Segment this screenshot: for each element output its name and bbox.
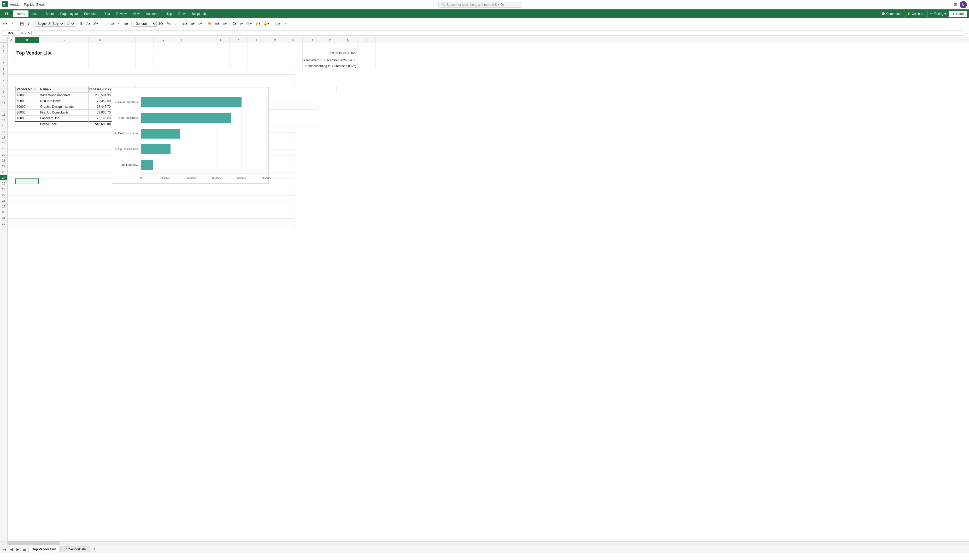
cell-O4-rank[interactable]: Rank according to: Purchases (LCY) xyxy=(303,63,358,69)
col-L[interactable]: L xyxy=(248,37,266,43)
tab-review[interactable]: Review xyxy=(113,10,130,17)
cell-L2[interactable] xyxy=(248,49,266,57)
share-button[interactable]: ⬆ Share xyxy=(949,11,967,17)
insert-function-icon[interactable]: fx xyxy=(28,31,30,35)
cell-I1[interactable] xyxy=(193,43,211,49)
row-31[interactable]: 31 xyxy=(0,215,7,221)
chart-button[interactable]: 📊▾ xyxy=(274,20,282,27)
cell-O1[interactable] xyxy=(303,43,321,49)
settings-icon[interactable]: ⚙ xyxy=(953,2,957,8)
save-button[interactable]: 💾 xyxy=(18,20,25,27)
cell-N2[interactable] xyxy=(284,49,303,57)
cell-r6[interactable] xyxy=(8,75,295,80)
col-R[interactable]: R xyxy=(358,37,376,43)
cell-A3[interactable] xyxy=(8,57,15,63)
row-8[interactable]: 8 xyxy=(0,83,7,89)
cell-B14[interactable] xyxy=(15,121,39,127)
cell-r31[interactable] xyxy=(8,219,295,224)
borders-button[interactable]: ⊡▾ xyxy=(182,20,188,27)
cell-M1[interactable] xyxy=(266,43,284,49)
cell-I4[interactable] xyxy=(193,63,211,69)
cell-A4[interactable] xyxy=(8,63,15,69)
col-I[interactable]: I xyxy=(193,37,211,43)
tab-home[interactable]: Home xyxy=(13,10,28,17)
row-1[interactable]: 1 xyxy=(0,43,7,48)
cell-B13[interactable]: 10000 xyxy=(15,115,39,121)
cell-B24-selected[interactable] xyxy=(15,178,39,184)
cell-I3[interactable] xyxy=(193,57,211,63)
number-format-select[interactable]: General xyxy=(133,21,157,27)
formula-input[interactable] xyxy=(31,30,963,36)
cell-A24[interactable] xyxy=(8,178,15,184)
cell-P1[interactable] xyxy=(321,43,339,49)
cell-r5[interactable] xyxy=(8,69,295,75)
cell-B12[interactable]: 20000 xyxy=(15,110,39,115)
cancel-formula-icon[interactable]: ✕ xyxy=(21,31,24,35)
cell-G4[interactable] xyxy=(154,63,172,69)
row-6[interactable]: 6 xyxy=(0,71,7,77)
cell-J2[interactable] xyxy=(211,49,230,57)
cell-A10[interactable] xyxy=(8,98,15,104)
cell-D14[interactable]: 540,636.80 xyxy=(88,121,112,127)
cell-G3[interactable] xyxy=(154,57,172,63)
col-J[interactable]: J xyxy=(211,37,230,43)
row-15[interactable]: 15 xyxy=(0,123,7,129)
cell-D8-purchases[interactable]: Purchases (LCY) xyxy=(88,86,112,92)
wrap-button[interactable]: ↵ xyxy=(116,20,122,27)
delete-row-button[interactable]: ⊟▾ xyxy=(196,20,203,27)
cell-N4[interactable] xyxy=(284,63,303,69)
cell-r28[interactable] xyxy=(8,201,295,207)
sheet-nav-next[interactable]: ▶ xyxy=(15,546,21,552)
search-box[interactable]: 🔍 Search for tools, help, and more (Alt … xyxy=(438,2,522,8)
cell-A9[interactable] xyxy=(8,92,15,98)
cell-F3[interactable] xyxy=(135,57,154,63)
row-13[interactable]: 13 xyxy=(0,112,7,118)
row-19[interactable]: 19 xyxy=(0,146,7,152)
insert-row-button[interactable]: ⊞▾ xyxy=(189,20,196,27)
col-N[interactable]: N xyxy=(284,37,303,43)
undo-button[interactable]: ↩▾ xyxy=(2,20,8,27)
row-23[interactable]: 23 xyxy=(0,169,7,175)
more-format-button[interactable]: ··· xyxy=(100,20,106,27)
row-10[interactable]: 10 xyxy=(0,95,7,100)
cell-B4[interactable] xyxy=(15,63,88,69)
cell-P4[interactable] xyxy=(358,63,376,69)
row-7[interactable]: 7 xyxy=(0,77,7,83)
cell-A14[interactable] xyxy=(8,121,15,127)
row-9[interactable]: 9 xyxy=(0,89,7,95)
row-30[interactable]: 30 xyxy=(0,209,7,215)
cell-B2-title[interactable]: Top Vendor List xyxy=(15,49,88,57)
tab-insert[interactable]: Insert xyxy=(28,10,43,17)
tab-automate[interactable]: Automate xyxy=(143,10,162,17)
tab-page-layout[interactable]: Page Layout xyxy=(57,10,81,17)
cell-B11[interactable]: 30000 xyxy=(15,104,39,110)
tab-view[interactable]: View xyxy=(130,10,143,17)
sheet-tab-top-vendor-data[interactable]: TopVendorData xyxy=(60,546,90,552)
cell-F1[interactable] xyxy=(135,43,154,49)
sensitivity-button[interactable]: 🔒▾ xyxy=(262,20,270,27)
cell-D10[interactable]: 179,352.50 xyxy=(88,98,112,104)
cell-L1[interactable] xyxy=(248,43,266,49)
sheet-tab-top-vendor-list[interactable]: Top Vendor List xyxy=(28,546,60,552)
percent-button[interactable]: % xyxy=(165,20,171,27)
cell-N3[interactable] xyxy=(284,57,303,63)
col-A[interactable]: A xyxy=(8,37,15,43)
font-size-select[interactable]: 11 xyxy=(65,21,75,27)
cell-D4[interactable] xyxy=(88,63,112,69)
cell-J1[interactable] xyxy=(211,43,230,49)
cell-O3-data-retrieved[interactable]: Data retrieved: 15 December 2024, 14:00 xyxy=(303,57,358,63)
row-17[interactable]: 17 xyxy=(0,135,7,140)
cell-N1[interactable] xyxy=(284,43,303,49)
col-M[interactable]: M xyxy=(266,37,284,43)
cell-r29[interactable] xyxy=(8,207,295,213)
cell-K1[interactable] xyxy=(230,43,248,49)
format-as-table-button[interactable]: ⊞▾ xyxy=(221,20,228,27)
cell-A8[interactable] xyxy=(8,86,15,92)
cell-B10[interactable]: 50000 xyxy=(15,98,39,104)
cell-r32[interactable] xyxy=(8,224,295,230)
font-name-select[interactable]: Segoe UI (Body) xyxy=(35,21,64,27)
sort-filter-button[interactable]: ↕▾ xyxy=(238,20,245,27)
cell-R3[interactable] xyxy=(394,57,412,63)
tab-share[interactable]: Share xyxy=(43,10,57,17)
cell-B9[interactable]: 40000 xyxy=(15,92,39,98)
